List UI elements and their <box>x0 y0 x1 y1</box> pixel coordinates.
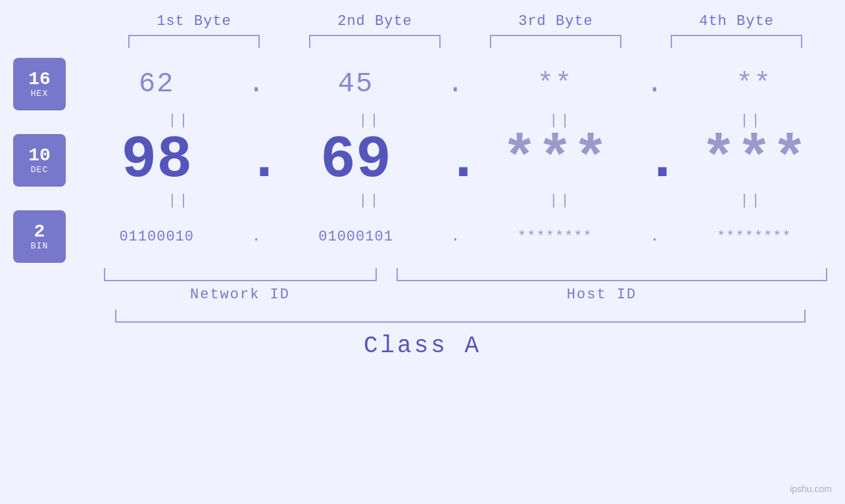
hex-val-3: ** <box>489 68 621 100</box>
equals-2-3: || <box>495 193 627 209</box>
bin-base-number: 2 <box>34 223 45 241</box>
dec-dot-3: . <box>644 127 664 194</box>
top-brackets <box>104 35 827 48</box>
bin-val-3: ******** <box>489 229 621 245</box>
dec-dot-1: . <box>247 127 266 194</box>
id-labels: Network ID Host ID <box>104 286 827 303</box>
hex-dot-1: . <box>247 68 266 100</box>
bin-val-1: 01100010 <box>91 229 222 245</box>
bin-badge: 2 BIN <box>13 210 66 263</box>
equals-1-2: || <box>304 112 436 129</box>
bracket-top-4 <box>671 35 802 48</box>
bin-val-2: 01000101 <box>290 229 422 245</box>
class-label: Class A <box>0 332 845 359</box>
dec-base-label: DEC <box>31 165 48 175</box>
dec-val-2: 69 <box>290 131 422 190</box>
dec-row: 10 DEC 98 . 69 . *** . *** <box>0 127 845 194</box>
hex-base-label: HEX <box>31 89 48 99</box>
bracket-top-3 <box>490 35 621 48</box>
byte-header-2: 2nd Byte <box>302 13 447 30</box>
network-id-label: Network ID <box>104 286 377 303</box>
byte-headers: 1st Byte 2nd Byte 3rd Byte 4th Byte <box>104 13 827 30</box>
hex-row: 16 HEX 62 . 45 . ** . ** <box>0 58 845 110</box>
bracket-network <box>104 268 377 281</box>
equals-2-4: || <box>686 193 817 209</box>
byte-header-4: 4th Byte <box>664 13 809 30</box>
bin-dot-2: . <box>445 229 465 245</box>
host-id-label: Host ID <box>377 286 827 303</box>
main-container: 1st Byte 2nd Byte 3rd Byte 4th Byte 16 H… <box>0 0 845 504</box>
hex-base-number: 16 <box>28 70 51 89</box>
hex-val-2: 45 <box>290 68 422 100</box>
dec-val-4: *** <box>688 131 820 190</box>
equals-2-2: || <box>304 193 436 209</box>
hex-val-4: ** <box>688 68 820 100</box>
bracket-top-2 <box>309 35 441 48</box>
bracket-gap <box>377 268 397 281</box>
dec-values: 98 . 69 . *** . *** <box>79 127 832 194</box>
equals-1-1: || <box>114 112 245 129</box>
bottom-brackets <box>104 268 827 281</box>
equals-2-1: || <box>114 193 245 209</box>
hex-badge: 16 HEX <box>13 58 66 110</box>
hex-dot-3: . <box>644 68 664 100</box>
bin-val-4: ******** <box>688 229 820 245</box>
hex-dot-2: . <box>445 68 465 100</box>
bin-values: 01100010 . 01000101 . ******** . *******… <box>79 229 832 245</box>
dec-base-number: 10 <box>28 147 51 165</box>
dec-badge: 10 DEC <box>13 134 66 187</box>
byte-header-1: 1st Byte <box>122 13 266 30</box>
hex-val-1: 62 <box>91 68 222 100</box>
bin-dot-1: . <box>247 229 266 245</box>
equals-1-3: || <box>495 112 627 129</box>
equals-row-2: || || || || <box>104 191 827 210</box>
dec-dot-2: . <box>445 127 465 194</box>
bin-base-label: BIN <box>31 241 48 251</box>
dec-val-1: 98 <box>91 131 222 190</box>
bin-dot-3: . <box>644 229 664 245</box>
equals-1-4: || <box>686 112 817 129</box>
bin-row: 2 BIN 01100010 . 01000101 . ******** . *… <box>0 210 845 263</box>
bracket-top-1 <box>128 35 260 48</box>
watermark: ipshu.com <box>790 484 832 494</box>
bracket-full <box>115 309 806 323</box>
byte-header-3: 3rd Byte <box>483 13 628 30</box>
hex-values: 62 . 45 . ** . ** <box>79 68 832 100</box>
bracket-host <box>397 268 827 281</box>
dec-val-3: *** <box>489 131 621 190</box>
